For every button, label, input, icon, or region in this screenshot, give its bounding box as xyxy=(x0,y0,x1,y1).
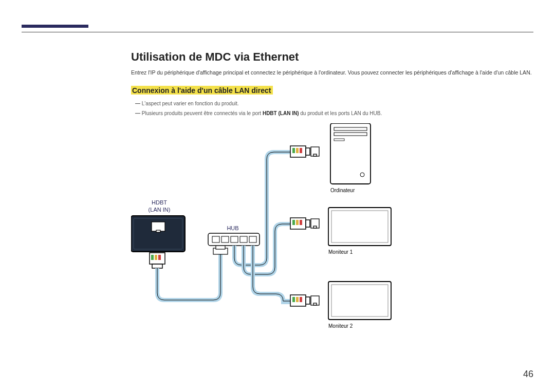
svg-rect-35 xyxy=(300,297,302,302)
hdbt-label-1: HDBT xyxy=(152,199,167,206)
svg-point-42 xyxy=(360,173,364,177)
sub-heading: Connexion à l'aide d'un câble LAN direct xyxy=(131,86,273,95)
note-2-post: du produit et les ports LAN du HUB. xyxy=(299,110,382,116)
svg-rect-22 xyxy=(306,148,310,155)
svg-rect-40 xyxy=(334,127,367,130)
svg-rect-31 xyxy=(313,226,317,228)
product-panel xyxy=(131,216,185,252)
svg-rect-33 xyxy=(292,297,295,302)
svg-rect-24 xyxy=(313,154,317,156)
dash-icon: ― xyxy=(135,100,140,107)
top-rule xyxy=(22,32,533,32)
note-2: ― Plusieurs produits peuvent être connec… xyxy=(135,109,533,117)
hdbt-label-2: (LAN IN) xyxy=(149,207,171,213)
monitor2-icon: Moniteur 2 xyxy=(328,282,391,329)
svg-rect-2 xyxy=(152,222,165,231)
svg-rect-38 xyxy=(313,303,317,305)
top-accent-bar xyxy=(22,25,88,28)
svg-rect-5 xyxy=(151,255,154,260)
page-heading: Utilisation de MDC via Ethernet xyxy=(131,50,533,64)
svg-rect-20 xyxy=(296,148,299,153)
svg-rect-28 xyxy=(300,220,302,225)
svg-text:Moniteur 1: Moniteur 1 xyxy=(328,249,353,255)
svg-text:HUB: HUB xyxy=(227,225,238,231)
computer-icon: Ordinateur xyxy=(330,123,371,193)
svg-rect-3 xyxy=(156,230,160,232)
svg-rect-26 xyxy=(292,220,295,225)
svg-rect-34 xyxy=(296,297,299,302)
network-hub: HUB xyxy=(208,225,260,246)
intro-paragraph: Entrez l'IP du périphérique d'affichage … xyxy=(131,69,533,77)
note-1: ― L'aspect peut varier en fonction du pr… xyxy=(135,100,533,107)
diagram-svg: HDBT (LAN IN) xyxy=(131,123,398,354)
svg-text:Moniteur 2: Moniteur 2 xyxy=(328,323,353,329)
svg-rect-21 xyxy=(300,148,302,153)
connection-diagram: HDBT (LAN IN) xyxy=(131,123,398,354)
monitor1-icon: Moniteur 1 xyxy=(328,208,391,255)
svg-rect-8 xyxy=(152,264,162,268)
svg-rect-15 xyxy=(231,236,238,242)
note-2-bold: HDBT (LAN IN) xyxy=(263,110,299,116)
page-number: 46 xyxy=(523,369,533,380)
svg-text:Ordinateur: Ordinateur xyxy=(330,188,355,193)
dash-icon: ― xyxy=(135,109,140,117)
svg-rect-29 xyxy=(306,220,310,227)
svg-rect-46 xyxy=(331,211,388,242)
svg-rect-16 xyxy=(240,236,247,242)
svg-rect-43 xyxy=(334,139,344,141)
svg-rect-7 xyxy=(158,255,161,260)
svg-rect-41 xyxy=(334,133,367,136)
content-area: Utilisation de MDC via Ethernet Entrez l… xyxy=(131,50,533,354)
svg-rect-13 xyxy=(212,236,219,242)
note-2-pre: Plusieurs produits peuvent être connecté… xyxy=(142,110,263,116)
note-1-text: L'aspect peut varier en fonction du prod… xyxy=(142,101,239,106)
svg-rect-27 xyxy=(296,220,299,225)
svg-rect-36 xyxy=(306,297,310,304)
svg-rect-49 xyxy=(331,285,388,316)
svg-rect-19 xyxy=(292,148,295,153)
svg-rect-6 xyxy=(155,255,157,260)
svg-rect-17 xyxy=(249,236,256,242)
svg-rect-14 xyxy=(221,236,229,242)
